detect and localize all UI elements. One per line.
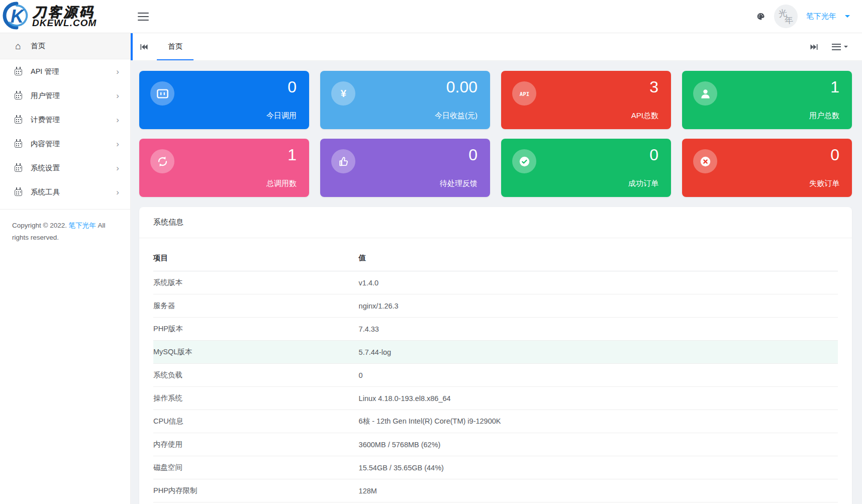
table-row: 系统版本 v1.4.0 [153, 271, 838, 294]
thumbs-up-icon [331, 149, 355, 173]
row-item: 内存使用 [153, 433, 359, 456]
user-avatar[interactable]: 光年 [774, 5, 798, 28]
stat-card[interactable]: 0 成功订单 [501, 139, 671, 197]
row-item: MySQL版本 [153, 341, 359, 364]
row-value: 6核 - 12th Gen Intel(R) Core(TM) i9-12900… [359, 410, 838, 433]
stat-label: 待处理反馈 [440, 179, 477, 188]
stat-card[interactable]: 1 用户总数 [682, 71, 852, 129]
tabs-scroll-left-icon[interactable] [131, 33, 157, 60]
calendar-icon [13, 67, 23, 75]
home-icon: ⌂ [13, 41, 23, 51]
sidebar-item[interactable]: 计费管理 › [0, 108, 130, 132]
menu-icon [832, 42, 841, 52]
tabs-scroll-right-icon[interactable] [810, 44, 818, 50]
tab-home[interactable]: 首页 [157, 33, 194, 60]
sidebar-item-label: 内容管理 [31, 139, 60, 149]
tab-bar: 首页 [131, 33, 862, 61]
stat-card[interactable]: 0 失败订单 [682, 139, 852, 197]
stat-cards: 0 今日调用 0.00 今日收益(元) 3 API总数 1 [139, 71, 852, 197]
stat-card[interactable]: 0.00 今日收益(元) [320, 71, 490, 129]
table-row: 系统负载 0 [153, 364, 838, 387]
row-item: 系统负载 [153, 364, 359, 387]
stat-value: 1 [830, 78, 839, 96]
table-row: MySQL版本 5.7.44-log [153, 341, 838, 364]
content: 0 今日调用 0.00 今日收益(元) 3 API总数 1 [131, 61, 862, 504]
tabs-options-menu[interactable] [832, 42, 848, 52]
row-value: Linux 4.18.0-193.el8.x86_64 [359, 387, 838, 410]
caret-down-icon [844, 46, 848, 50]
brand-title: 刀客源码 [32, 6, 97, 19]
brand-logo[interactable]: K 刀客源码 DKEWL.COM [0, 0, 131, 33]
check-circle-icon [512, 149, 536, 173]
calendar-icon [13, 116, 23, 124]
system-info-table: 项目 值 系统版本 v1.4.0 服务器 nginx/1.26.3 [153, 245, 838, 502]
sidebar-item[interactable]: 用户管理 › [0, 83, 130, 108]
row-item: PHP版本 [153, 318, 359, 341]
column-header-item: 项目 [153, 245, 359, 271]
stat-label: 总调用数 [266, 179, 297, 188]
sidebar-item[interactable]: API 管理 › [0, 59, 130, 83]
table-row: 服务器 nginx/1.26.3 [153, 294, 838, 318]
card-outline-icon [150, 81, 174, 106]
column-header-value: 值 [359, 245, 838, 271]
copyright: Copyright © 2022. 笔下光年 All rights reserv… [0, 210, 130, 254]
chevron-right-icon: › [116, 116, 119, 124]
sidebar-item[interactable]: 系统设置 › [0, 156, 130, 180]
stat-card[interactable]: 0 今日调用 [139, 71, 309, 129]
row-item: CPU信息 [153, 410, 359, 433]
chevron-right-icon: › [116, 67, 119, 76]
stat-value: 3 [649, 78, 658, 96]
main-area: 首页 0 今日调用 [131, 33, 862, 504]
row-value: 7.4.33 [359, 318, 838, 341]
sidebar-item-label: 系统工具 [31, 187, 60, 197]
calendar-icon [13, 140, 23, 148]
table-row: 操作系统 Linux 4.18.0-193.el8.x86_64 [153, 387, 838, 410]
brand-domain: DKEWL.COM [32, 18, 97, 28]
sidebar-item-label: 用户管理 [31, 91, 60, 100]
user-icon [693, 81, 717, 106]
sidebar-collapse-icon[interactable] [138, 10, 149, 23]
username-menu[interactable]: 笔下光年 [806, 12, 836, 21]
row-value: nginx/1.26.3 [359, 294, 838, 318]
stat-value: 0 [649, 146, 658, 164]
table-row: CPU信息 6核 - 12th Gen Intel(R) Core(TM) i9… [153, 410, 838, 433]
stat-value: 0 [288, 78, 297, 96]
tab-accent-bar [131, 33, 133, 60]
chevron-right-icon: › [116, 164, 119, 172]
calendar-icon [13, 91, 23, 99]
panel-title: 系统信息 [139, 207, 852, 238]
chevron-right-icon: › [116, 188, 119, 196]
copyright-link[interactable]: 笔下光年 [69, 222, 96, 229]
theme-palette-icon[interactable] [756, 12, 765, 21]
row-item: 服务器 [153, 294, 359, 318]
yen-icon [331, 81, 355, 106]
sidebar-item[interactable]: 内容管理 › [0, 132, 130, 156]
sidebar-item-home[interactable]: ⌂ 首页 [0, 33, 130, 59]
stat-label: 用户总数 [809, 111, 839, 121]
api-text-icon [512, 81, 536, 106]
user-dropdown-caret-icon[interactable] [845, 15, 850, 20]
stat-label: 失败订单 [809, 179, 839, 188]
sidebar-item[interactable]: 系统工具 › [0, 180, 130, 204]
row-value: 0 [359, 364, 838, 387]
calendar-icon [13, 188, 23, 196]
row-item: 系统版本 [153, 271, 359, 294]
stat-value: 0 [468, 146, 477, 164]
table-row: PHP内存限制 128M [153, 479, 838, 502]
stat-value: 1 [288, 146, 297, 164]
row-value: v1.4.0 [359, 271, 838, 294]
system-info-panel: 系统信息 项目 值 系统版本 v1.4.0 [139, 207, 852, 504]
top-bar: K 刀客源码 DKEWL.COM 光年 笔下光年 [0, 0, 862, 33]
stat-card[interactable]: 1 总调用数 [139, 139, 309, 197]
stat-card[interactable]: 3 API总数 [501, 71, 671, 129]
refresh-icon [150, 149, 174, 173]
stat-card[interactable]: 0 待处理反馈 [320, 139, 490, 197]
sidebar-item-label: 系统设置 [31, 163, 60, 173]
row-value: 128M [359, 479, 838, 502]
table-row: 内存使用 3600MB / 5768MB (62%) [153, 433, 838, 456]
sidebar-item-label: 计费管理 [31, 115, 60, 125]
row-item: PHP内存限制 [153, 479, 359, 502]
table-row: 磁盘空间 15.54GB / 35.65GB (44%) [153, 456, 838, 479]
brand-logo-icon: K [2, 1, 31, 32]
sidebar: ⌂ 首页 API 管理 › 用户管理 › 计费管理 › 内容管理 › 系统设置 [0, 33, 131, 504]
